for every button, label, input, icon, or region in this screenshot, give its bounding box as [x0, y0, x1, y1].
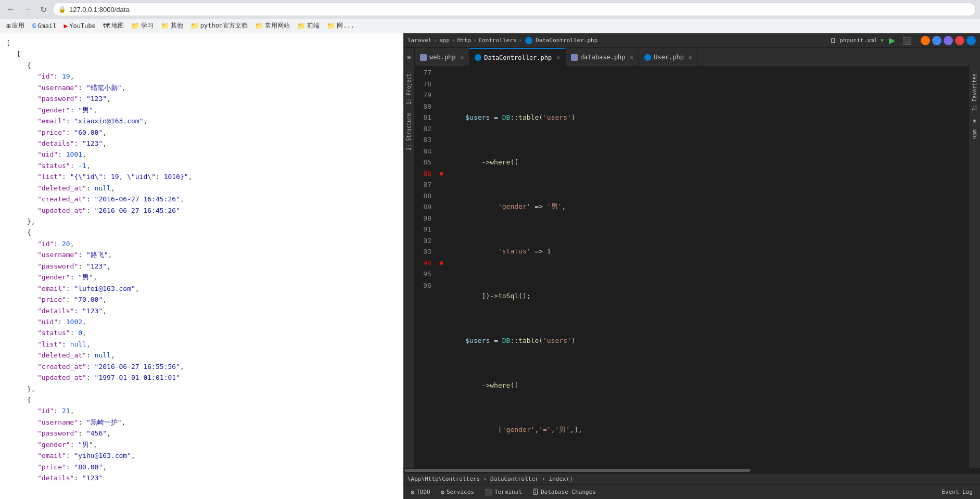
tab-user-php-close[interactable]: ✕: [689, 54, 692, 61]
back-button[interactable]: ←: [4, 4, 18, 15]
url-bar[interactable]: [69, 6, 970, 14]
code-line-83: ->where([: [449, 380, 969, 391]
tab-user-php[interactable]: User.php ✕: [639, 48, 697, 66]
tab-web-php-close[interactable]: ✕: [461, 54, 464, 61]
breadcrumb-laravel[interactable]: laravel: [408, 37, 431, 44]
sidebar-favorites-label[interactable]: 2: Favorites: [972, 70, 977, 114]
breadcrumb-sep: ›: [434, 37, 437, 44]
code-area: 77 78 79 80 81 82 83 84 85 86 87 88 89 9…: [415, 66, 969, 468]
tab-datacontroller-php-label: DataController.php: [484, 54, 552, 61]
code-line-77: $users = DB::table('users'): [449, 112, 969, 123]
tab-database-php[interactable]: database.php ✕: [566, 48, 639, 66]
tab-datacontroller-php-icon: [475, 54, 481, 61]
tab-database-php-close[interactable]: ✕: [630, 54, 634, 61]
bottom-tab-todo[interactable]: ⚙ TODO: [405, 487, 436, 498]
json-root-open: [: [6, 37, 397, 48]
gutter: ● ●: [437, 66, 446, 468]
tab-datacontroller-php[interactable]: DataController.php ✕: [469, 48, 566, 66]
bookmark-apps[interactable]: ⊞ 应用: [3, 20, 28, 31]
tab-database-php-icon: [571, 54, 578, 61]
run-button[interactable]: ▶: [887, 35, 897, 45]
ide-right-sidebar: 2: Favorites ★ npm: [969, 66, 980, 468]
code-line-80: 'status' => 1: [449, 246, 969, 257]
bottom-tab-db-changes[interactable]: 🗄 Database Changes: [527, 487, 601, 498]
run-config-dropdown[interactable]: ▼: [881, 37, 884, 43]
browser-icons: [921, 36, 976, 45]
bottom-tabs-bar: ⚙ TODO ⚙ Services ⬛ Terminal 🗄 Database …: [403, 484, 980, 499]
stop-button[interactable]: ⬛: [900, 36, 913, 45]
bookmark-study[interactable]: 📁 学习: [128, 20, 157, 31]
ide-panel: laravel › app › Http › Controllers › Dat…: [403, 33, 980, 499]
tab-user-php-icon: [644, 54, 651, 61]
browser-json-panel: [ [ { "id": 19, "username": "蜡笔小新", "pas…: [0, 33, 403, 499]
tab-datacontroller-php-close[interactable]: ✕: [556, 54, 560, 61]
horizontal-scrollbar[interactable]: [403, 468, 980, 473]
breadcrumb-sep2: ›: [452, 37, 455, 44]
code-line-84: ['gender','=','男',],: [449, 424, 969, 436]
bookmark-frontend[interactable]: 📁 前端: [294, 20, 323, 31]
breadcrumb-http[interactable]: Http: [457, 37, 471, 44]
breadcrumb-controllers[interactable]: Controllers: [479, 37, 517, 44]
bottom-tab-event-log[interactable]: Event Log: [936, 487, 978, 497]
run-config-icon: 🗒: [830, 37, 836, 44]
breakpoint-94: ●: [437, 258, 446, 269]
services-icon: ⚙: [441, 489, 444, 496]
bookmark-common[interactable]: 📁 常用网站: [252, 20, 293, 31]
breadcrumb-sep4: ›: [518, 37, 522, 44]
sidebar-star-icon[interactable]: ★: [972, 116, 976, 124]
bookmark-youtube[interactable]: ▶ YouTube: [60, 21, 98, 31]
bookmark-other[interactable]: 📁 其他: [158, 20, 186, 31]
bookmark-python[interactable]: 📁 python官方文档: [187, 20, 251, 31]
sidebar-structure-label[interactable]: 2: Structure: [406, 110, 412, 153]
line-numbers: 77 78 79 80 81 82 83 84 85 86 87 88 89 9…: [415, 66, 437, 468]
todo-icon: ⚙: [411, 489, 414, 496]
breadcrumb-sep3: ›: [473, 37, 477, 44]
bottom-tab-services[interactable]: ⚙ Services: [436, 487, 479, 498]
bottom-tab-terminal[interactable]: ⬛ Terminal: [479, 487, 527, 498]
tab-user-php-label: User.php: [654, 54, 684, 61]
forward-button[interactable]: →: [21, 4, 34, 15]
breadcrumb-filename[interactable]: DataController.php: [536, 37, 597, 44]
bookmark-net[interactable]: 📁 网...: [324, 20, 358, 31]
breadcrumb-file-icon: [525, 37, 532, 44]
db-icon: 🗄: [532, 489, 539, 496]
ide-titlebar: laravel › app › Http › Controllers › Dat…: [403, 33, 980, 48]
tab-database-php-label: database.php: [580, 54, 626, 61]
code-line-82: $users = DB::table('users'): [449, 335, 969, 347]
sidebar-project-label[interactable]: 1: Project: [406, 70, 412, 108]
code-line-81: ])->toSql();: [449, 290, 969, 302]
code-lines: $users = DB::table('users') ->where([ 'g…: [446, 66, 969, 468]
tab-web-php-label: web.php: [429, 54, 456, 61]
bottom-path-bar: \App\Http\Controllers › DataController ›…: [403, 473, 980, 484]
breakpoint-86: ●: [437, 168, 446, 180]
bookmark-map[interactable]: 🗺 地图: [100, 20, 127, 31]
bookmark-gmail[interactable]: G Gmail: [29, 21, 59, 31]
project-sidebar-toggle[interactable]: ≡: [403, 48, 415, 66]
breadcrumb-app[interactable]: app: [439, 37, 450, 44]
sidebar-npm-label[interactable]: npm: [972, 126, 977, 142]
ide-tabs: ≡ web.php ✕ DataController.php ✕: [403, 48, 980, 66]
ide-left-sidebar: 1: Project 2: Structure: [403, 66, 415, 468]
lock-icon: 🔒: [58, 6, 66, 13]
terminal-icon: ⬛: [485, 489, 492, 496]
bottom-path: \App\Http\Controllers › DataController ›…: [408, 476, 573, 482]
tab-web-php-icon: [420, 54, 427, 61]
run-config-label[interactable]: phpunit.xml: [839, 37, 877, 44]
reload-button[interactable]: ↻: [37, 4, 49, 16]
tab-web-php[interactable]: web.php ✕: [415, 48, 469, 66]
code-line-79: 'gender' => '男',: [449, 201, 969, 212]
code-line-78: ->where([: [449, 157, 969, 168]
